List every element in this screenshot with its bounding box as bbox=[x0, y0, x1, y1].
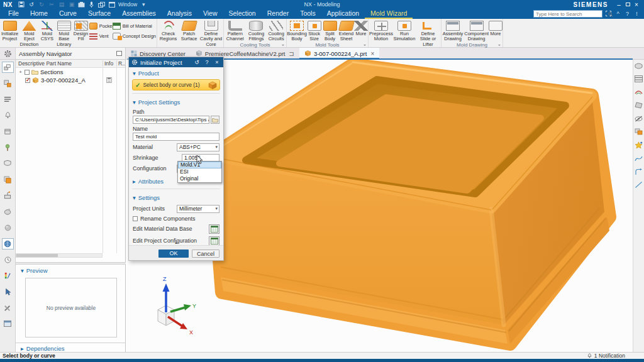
expand-icon[interactable]: + bbox=[18, 69, 23, 75]
materials-sphere-icon[interactable] bbox=[2, 222, 14, 233]
settings-section-header[interactable]: ▾Settings bbox=[129, 192, 223, 202]
material-select[interactable]: ABS+PC▾ bbox=[177, 143, 219, 151]
stock-size-button[interactable]: Stock Size bbox=[307, 20, 321, 42]
tree-row-sections[interactable]: + Sections bbox=[16, 68, 125, 76]
define-cavity-core-button[interactable]: Define Cavity and Core bbox=[199, 20, 223, 47]
path-input[interactable]: C:\Users\jussmi3e\Desktop\Tips &Tricks\M bbox=[133, 116, 209, 124]
menu-selection[interactable]: Selection bbox=[223, 9, 262, 19]
window-caret-icon[interactable]: ▾ bbox=[140, 1, 147, 8]
project-units-select[interactable]: Millimeter▾ bbox=[177, 205, 219, 213]
cooling-fittings-button[interactable]: Cooling Fittings bbox=[247, 20, 267, 42]
part-navigator-icon[interactable] bbox=[2, 94, 14, 105]
extend-sheet-button[interactable]: Extend Sheet bbox=[338, 20, 354, 42]
patch-surface-button[interactable]: Patch Surface bbox=[179, 20, 199, 42]
tab-close-icon[interactable]: × bbox=[370, 50, 374, 57]
undo-icon[interactable]: ↺ bbox=[28, 1, 35, 8]
name-input[interactable]: Test mold bbox=[133, 133, 219, 141]
assembly-navigator-icon[interactable] bbox=[2, 62, 14, 73]
help-icon[interactable]: ? bbox=[624, 11, 631, 17]
edit-material-button[interactable] bbox=[209, 224, 219, 234]
screenshot-icon[interactable] bbox=[78, 1, 86, 8]
reuse-library-icon[interactable] bbox=[2, 126, 14, 137]
redo-icon[interactable]: ↻ bbox=[38, 1, 45, 8]
menu-analysis[interactable]: Analysis bbox=[162, 9, 197, 19]
column-descriptive-part-name[interactable]: Descriptive Part Name bbox=[16, 60, 103, 67]
select-body-row[interactable]: ✓ Select body or curve (1) bbox=[132, 79, 220, 90]
visual-reports-icon[interactable] bbox=[2, 158, 14, 169]
mold-wizard-navigator-icon[interactable] bbox=[2, 190, 14, 201]
horizontal-scrollbar[interactable] bbox=[16, 253, 103, 258]
sections-checkbox[interactable] bbox=[25, 70, 30, 75]
settings-gear-icon[interactable] bbox=[0, 48, 16, 59]
copy-icon[interactable]: ▤ bbox=[58, 1, 65, 8]
concept-design-button[interactable]: Concept Design bbox=[113, 31, 156, 40]
ok-button[interactable]: OK bbox=[158, 250, 189, 258]
menu-home[interactable]: Home bbox=[25, 9, 53, 19]
vent-button[interactable]: Vent bbox=[89, 31, 112, 40]
new-window-icon[interactable] bbox=[98, 1, 106, 8]
dialog-titlebar[interactable]: Initialize Project ↺ ? × bbox=[129, 57, 223, 67]
scrollbar-thumb[interactable] bbox=[16, 254, 58, 257]
rename-components-row[interactable]: Rename Components bbox=[133, 216, 219, 222]
history-icon[interactable] bbox=[2, 254, 14, 265]
menu-view[interactable]: View bbox=[197, 9, 223, 19]
hd3d-tools-icon[interactable] bbox=[2, 142, 14, 153]
assembly-navigator-header[interactable]: Assembly Navigator bbox=[16, 48, 126, 59]
design-fill-button[interactable]: Design Fill bbox=[73, 20, 88, 42]
parting-lines-icon[interactable] bbox=[634, 87, 643, 97]
panel-pin-icon[interactable] bbox=[116, 51, 122, 56]
minimize-ribbon-icon[interactable]: ^ bbox=[614, 11, 621, 17]
paste-icon[interactable]: ▣ bbox=[68, 1, 75, 8]
mold-tools-more-button[interactable]: More bbox=[355, 20, 367, 36]
mold-eject-direction-button[interactable]: Mold Eject Direction bbox=[19, 20, 39, 47]
fullscreen-icon[interactable] bbox=[605, 11, 612, 18]
menu-assemblies[interactable]: Assemblies bbox=[116, 9, 162, 19]
preprocess-motion-button[interactable]: Preprocess Motion bbox=[369, 20, 393, 42]
bounding-body-button[interactable]: Bounding Body bbox=[287, 20, 306, 42]
hide-parting-icon[interactable] bbox=[634, 114, 643, 123]
process-assistant-icon[interactable] bbox=[2, 206, 14, 217]
cut-icon[interactable]: ✂ bbox=[48, 1, 55, 8]
panel-splitter[interactable] bbox=[16, 262, 126, 265]
product-section-header[interactable]: ▾Product bbox=[129, 67, 223, 78]
minimize-button[interactable]: – bbox=[614, 1, 623, 8]
component-drawing-button[interactable]: Component Drawing bbox=[464, 20, 489, 42]
define-slide-lifter-button[interactable]: Define Slide or Lifter bbox=[416, 20, 440, 47]
constraint-navigator-icon[interactable] bbox=[2, 78, 14, 89]
web-browser-icon[interactable] bbox=[2, 238, 14, 250]
menu-mold-wizard[interactable]: Mold Wizard bbox=[365, 9, 413, 19]
part-checkbox[interactable] bbox=[25, 78, 30, 83]
restore-button[interactable] bbox=[623, 1, 632, 8]
cavity-core-icon[interactable] bbox=[634, 127, 643, 136]
menu-render[interactable]: Render bbox=[262, 9, 294, 19]
search-box[interactable] bbox=[533, 10, 602, 18]
dialog-help-icon[interactable]: ? bbox=[203, 59, 211, 65]
pattern-channel-button[interactable]: Pattern Channel bbox=[225, 20, 246, 42]
cancel-button[interactable]: Cancel bbox=[192, 250, 219, 258]
menu-application[interactable]: Application bbox=[321, 9, 365, 19]
mold-base-icon[interactable] bbox=[634, 74, 643, 84]
assembly-drawing-button[interactable]: Assembly Drawing bbox=[442, 20, 464, 42]
window-menu-icon[interactable] bbox=[108, 1, 116, 8]
search-input[interactable] bbox=[534, 11, 607, 17]
menu-tools[interactable]: Tools bbox=[294, 9, 321, 19]
initialize-project-button[interactable]: Initialize Project bbox=[1, 20, 19, 42]
corner-curve-icon[interactable] bbox=[634, 167, 643, 176]
parting-surface-icon[interactable] bbox=[634, 101, 643, 110]
split-body-button[interactable]: Split Body bbox=[322, 20, 338, 42]
save-icon[interactable] bbox=[18, 1, 25, 8]
tab-pin-icon[interactable]: ⊐ bbox=[289, 50, 294, 57]
command-finder-icon[interactable]: ! bbox=[633, 11, 640, 17]
mold-base-library-button[interactable]: Mold Base Library bbox=[55, 20, 72, 47]
tree-row-part[interactable]: 3-007-000224_A bbox=[16, 76, 125, 84]
navigator-column-headers[interactable]: Descriptive Part Name Info R.. bbox=[16, 60, 125, 68]
menu-surface[interactable]: Surface bbox=[82, 9, 116, 19]
menu-file[interactable]: File bbox=[3, 9, 25, 19]
notification-bell-icon[interactable] bbox=[2, 110, 14, 121]
roles-icon[interactable] bbox=[2, 270, 14, 282]
run-simulation-button[interactable]: Run Simulation bbox=[394, 20, 415, 42]
sketch-line-icon[interactable] bbox=[634, 180, 643, 189]
pocket-button[interactable]: Pocket bbox=[89, 21, 112, 30]
cooling-circuits-button[interactable]: Cooling Circuits bbox=[267, 20, 286, 42]
layers-icon[interactable] bbox=[2, 174, 14, 185]
